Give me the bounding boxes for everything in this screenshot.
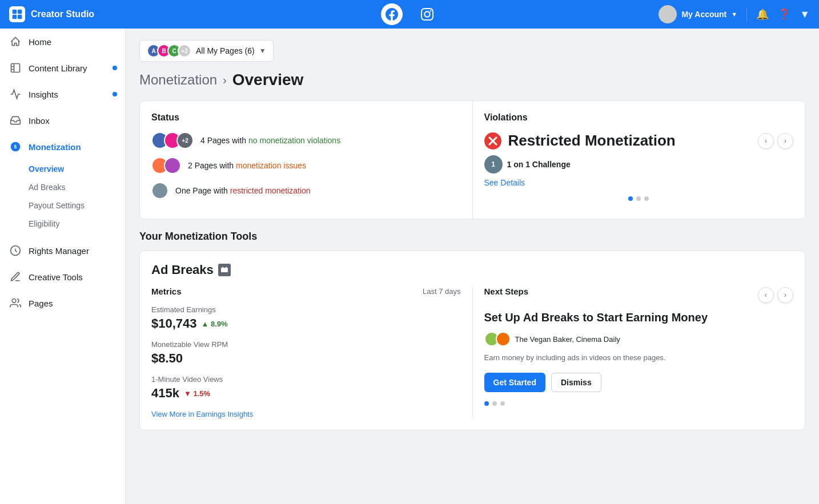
svg-rect-13 bbox=[221, 268, 228, 272]
user-name: My Account bbox=[681, 10, 726, 19]
question-icon[interactable]: ❓ bbox=[778, 8, 790, 21]
sidebar-subitem-overview[interactable]: Overview bbox=[0, 160, 125, 178]
status-avatars-3 bbox=[151, 182, 168, 199]
sidebar-label-monetization: Monetization bbox=[29, 142, 81, 152]
more-icon[interactable]: ▼ bbox=[800, 9, 810, 21]
next-steps-next-btn[interactable]: › bbox=[777, 287, 793, 303]
breadcrumb-current: Overview bbox=[232, 71, 304, 89]
see-details-link[interactable]: See Details bbox=[484, 178, 794, 187]
metric-views: 1-Minute Video Views 415k ▼ 1.5% bbox=[151, 375, 461, 401]
tools-section-title: Your Monetization Tools bbox=[139, 231, 805, 243]
insights-icon bbox=[9, 88, 22, 100]
breadcrumb-parent: Monetization bbox=[139, 72, 217, 88]
user-account[interactable]: My Account ▼ bbox=[659, 5, 737, 23]
breadcrumb-separator: › bbox=[223, 74, 227, 87]
platform-switcher bbox=[381, 3, 438, 25]
violation-page: 1 1 on 1 Challenge bbox=[484, 155, 794, 174]
next-step-description: Earn money by including ads in videos on… bbox=[484, 352, 794, 364]
instagram-platform-icon[interactable] bbox=[416, 3, 438, 25]
metrics-header: Metrics Last 7 days bbox=[151, 287, 461, 296]
creator-studio-logo bbox=[9, 6, 25, 22]
sidebar-label-inbox: Inbox bbox=[29, 116, 50, 126]
next-step-actions: Get Started Dismiss bbox=[484, 373, 794, 392]
dismiss-button[interactable]: Dismiss bbox=[551, 373, 601, 392]
next-dot-2 bbox=[492, 401, 497, 406]
bell-icon[interactable]: 🔔 bbox=[756, 8, 769, 21]
app-body: Home Content Library Insights Inbox bbox=[0, 29, 819, 504]
chevron-down-icon: ▼ bbox=[731, 11, 737, 18]
ad-breaks-card: Ad Breaks Metrics Last 7 days Estimated … bbox=[139, 251, 805, 430]
page-avatars: A B C +2 bbox=[147, 44, 191, 58]
ad-breaks-title: Ad Breaks bbox=[151, 263, 214, 277]
violation-prev-btn[interactable]: ‹ bbox=[758, 133, 774, 149]
metrics-label: Metrics bbox=[151, 287, 182, 296]
get-started-button[interactable]: Get Started bbox=[484, 373, 545, 392]
sidebar-label-rights-manager: Rights Manager bbox=[29, 246, 89, 256]
ad-breaks-body: Metrics Last 7 days Estimated Earnings $… bbox=[151, 287, 793, 418]
breadcrumb: Monetization › Overview bbox=[139, 71, 805, 89]
status-av-plus: +2 bbox=[176, 132, 194, 149]
creative-icon bbox=[9, 271, 22, 283]
sidebar-item-creative-tools[interactable]: Creative Tools bbox=[0, 264, 125, 290]
dot-1 bbox=[628, 196, 633, 201]
facebook-platform-icon[interactable] bbox=[381, 3, 403, 25]
next-step-pages: The Vegan Baker, Cinema Daily bbox=[484, 332, 794, 346]
topbar: Creator Studio My Account ▼ 🔔 ❓ ▼ bbox=[0, 0, 819, 29]
next-steps-title: Next Steps bbox=[484, 287, 529, 296]
app-title: Creator Studio bbox=[31, 9, 94, 19]
metric-rpm-value: $8.50 bbox=[151, 351, 461, 366]
violations-panel: Violations Restricted Monetization ‹ › 1… bbox=[473, 101, 805, 219]
sidebar: Home Content Library Insights Inbox bbox=[0, 29, 126, 504]
status-text-3: One Page with restricted monetization bbox=[175, 186, 311, 195]
next-steps-panel: Next Steps ‹ › Set Up Ad Breaks to Start… bbox=[473, 287, 794, 418]
sidebar-item-rights-manager[interactable]: Rights Manager bbox=[0, 237, 125, 264]
sidebar-item-home[interactable]: Home bbox=[0, 29, 125, 55]
next-steps-prev-btn[interactable]: ‹ bbox=[758, 287, 774, 303]
sidebar-subitem-payout-settings[interactable]: Payout Settings bbox=[0, 196, 125, 215]
next-dot-1 bbox=[484, 401, 489, 406]
next-step-avatars bbox=[484, 332, 511, 346]
svg-text:$: $ bbox=[14, 144, 17, 150]
metric-views-change: ▼ 1.5% bbox=[184, 389, 210, 398]
violations-title: Violations bbox=[484, 112, 794, 123]
violations-carousel-dots bbox=[484, 196, 794, 201]
view-more-earnings[interactable]: View More in Earnings Insights bbox=[151, 410, 461, 418]
content-library-icon bbox=[9, 62, 22, 74]
svg-rect-3 bbox=[18, 15, 22, 19]
violation-next-btn[interactable]: › bbox=[777, 133, 793, 149]
sidebar-item-monetization[interactable]: $ Monetization bbox=[0, 134, 125, 160]
sidebar-subitem-eligibility[interactable]: Eligibility bbox=[0, 215, 125, 233]
metric-views-label: 1-Minute Video Views bbox=[151, 375, 461, 384]
sidebar-item-content-library[interactable]: Content Library bbox=[0, 55, 125, 81]
violation-nav: ‹ › bbox=[758, 133, 793, 149]
metrics-period: Last 7 days bbox=[423, 287, 461, 296]
sidebar-item-pages[interactable]: Pages bbox=[0, 290, 125, 316]
status-title: Status bbox=[151, 112, 461, 123]
status-text-2: 2 Pages with monetization issues bbox=[188, 161, 306, 170]
metric-earnings: Estimated Earnings $10,743 ▲ 8.9% bbox=[151, 305, 461, 331]
next-dot-3 bbox=[500, 401, 505, 406]
sidebar-item-insights[interactable]: Insights bbox=[0, 81, 125, 107]
sidebar-subitem-ad-breaks[interactable]: Ad Breaks bbox=[0, 178, 125, 196]
page-selector-arrow: ▼ bbox=[259, 47, 266, 55]
next-steps-header: Next Steps ‹ › bbox=[484, 287, 794, 303]
metric-rpm: Monetizable View RPM $8.50 bbox=[151, 340, 461, 366]
status-row-3: One Page with restricted monetization bbox=[151, 182, 461, 199]
violation-title: Restricted Monetization bbox=[508, 132, 676, 150]
insights-dot bbox=[113, 92, 117, 96]
status-panel: Status +2 4 Pages with no monetization v… bbox=[140, 101, 473, 219]
sidebar-label-insights: Insights bbox=[29, 90, 58, 99]
violation-icon bbox=[484, 132, 501, 150]
main-content: A B C +2 All My Pages (6) ▼ Monetization… bbox=[126, 29, 819, 504]
metric-earnings-value: $10,743 ▲ 8.9% bbox=[151, 316, 461, 331]
violation-header: Restricted Monetization ‹ › bbox=[484, 132, 794, 150]
sidebar-item-inbox[interactable]: Inbox bbox=[0, 107, 125, 134]
divider bbox=[746, 7, 747, 21]
metric-views-value: 415k ▼ 1.5% bbox=[151, 386, 461, 401]
avatar bbox=[659, 5, 677, 23]
next-step-av-2 bbox=[496, 332, 511, 346]
page-selector[interactable]: A B C +2 All My Pages (6) ▼ bbox=[139, 40, 274, 62]
status-violations-card: Status +2 4 Pages with no monetization v… bbox=[139, 100, 805, 219]
sidebar-label-creative-tools: Creative Tools bbox=[29, 272, 83, 282]
sidebar-label-content-library: Content Library bbox=[29, 63, 87, 73]
